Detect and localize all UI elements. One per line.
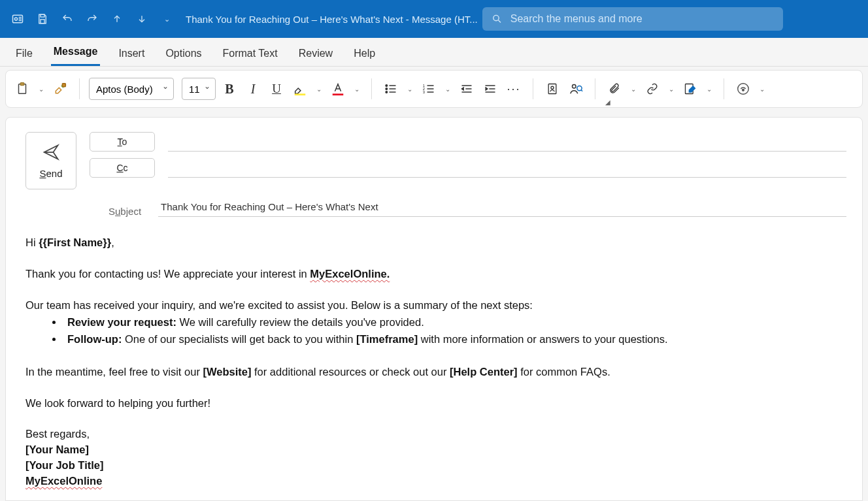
bullets-dropdown[interactable]: ⌄	[405, 78, 415, 100]
titlebar: ⌄ Thank You for Reaching Out – Here's Wh…	[0, 0, 868, 38]
subject-label: Subject	[108, 206, 141, 217]
tab-file[interactable]: File	[13, 42, 35, 66]
decrease-indent-button[interactable]	[457, 78, 476, 100]
dialog-launcher-icon[interactable]: ◢	[605, 99, 610, 106]
ribbon-container: ⌄ B I U ⌄ ⌄ ⌄ 123 ⌄	[0, 67, 868, 117]
ribbon-tabs: File Message Insert Options Format Text …	[0, 38, 868, 67]
li2-t1: One of our specialists will get back to …	[122, 333, 356, 345]
greeting-suffix: ,	[111, 236, 114, 248]
window-title: Thank You for Reaching Out – Here's What…	[186, 14, 478, 25]
p4: We look forward to helping you further!	[25, 396, 846, 412]
tab-message[interactable]: Message	[51, 40, 101, 66]
svg-point-4	[493, 15, 499, 20]
svg-rect-8	[295, 93, 306, 95]
underline-button[interactable]: U	[267, 78, 286, 100]
tab-format-text[interactable]: Format Text	[220, 42, 280, 66]
immersive-reader-dropdown[interactable]: ⌄	[757, 78, 767, 100]
svg-point-11	[386, 88, 388, 90]
send-label: Send	[39, 168, 62, 179]
subject-input[interactable]	[161, 201, 844, 212]
font-color-button[interactable]	[328, 78, 348, 100]
more-formatting-button[interactable]: ···	[504, 78, 524, 100]
prev-item-icon[interactable]	[106, 8, 128, 30]
p3a: In the meantime, feel free to visit our	[25, 366, 203, 378]
li2-timeframe: [Timeframe]	[356, 333, 418, 345]
search-input[interactable]	[510, 13, 774, 25]
paste-dropdown[interactable]: ⌄	[36, 78, 46, 100]
to-field-line	[168, 132, 846, 152]
font-name-select[interactable]	[89, 78, 174, 100]
font-size-select[interactable]	[182, 78, 216, 100]
qat-customize-icon[interactable]: ⌄	[156, 8, 178, 30]
signature-button[interactable]	[680, 78, 700, 100]
save-icon[interactable]	[31, 8, 54, 30]
bold-button[interactable]: B	[220, 78, 239, 100]
to-input[interactable]	[171, 136, 844, 147]
send-icon	[42, 143, 60, 161]
redo-icon[interactable]	[81, 8, 103, 30]
list-item: Follow-up: One of our specialists will g…	[63, 332, 846, 347]
numbering-button[interactable]: 123	[419, 78, 439, 100]
greeting-name: {{First Name}}	[39, 236, 111, 248]
send-button[interactable]: Send	[25, 132, 76, 189]
link-button[interactable]	[643, 78, 662, 100]
svg-point-17	[551, 86, 554, 89]
signature-dropdown[interactable]: ⌄	[704, 78, 714, 100]
list-item: Review your request: We will carefully r…	[63, 315, 846, 331]
attach-file-dropdown[interactable]: ⌄	[628, 78, 639, 100]
next-item-icon[interactable]	[131, 8, 153, 30]
svg-point-18	[573, 85, 576, 89]
font-color-dropdown[interactable]: ⌄	[352, 78, 362, 100]
highlight-button[interactable]	[290, 78, 310, 100]
message-body[interactable]: Hi {{First Name}}, Thank you for contact…	[25, 235, 846, 489]
italic-button[interactable]: I	[243, 78, 263, 100]
address-book-button[interactable]	[542, 78, 562, 100]
svg-rect-2	[41, 14, 44, 17]
numbering-dropdown[interactable]: ⌄	[442, 78, 453, 100]
bullets-button[interactable]	[381, 78, 401, 100]
p3c: for additional resources or check out ou…	[251, 366, 450, 378]
svg-rect-7	[62, 84, 65, 87]
svg-point-1	[14, 18, 17, 20]
tab-review[interactable]: Review	[296, 42, 335, 66]
cc-button[interactable]: Cc	[90, 158, 155, 178]
search-box[interactable]	[482, 7, 783, 31]
ribbon: ⌄ B I U ⌄ ⌄ ⌄ 123 ⌄	[5, 70, 863, 108]
svg-point-22	[743, 89, 744, 91]
p3e: for common FAQs.	[518, 366, 610, 378]
tab-options[interactable]: Options	[163, 42, 204, 66]
greeting-prefix: Hi	[25, 236, 39, 248]
tab-insert[interactable]: Insert	[116, 42, 147, 66]
p3-helpcenter: [Help Center]	[450, 366, 518, 378]
p1b: MyExcelOnline.	[310, 268, 390, 280]
li2-t2: with more information or answers to your…	[418, 333, 667, 345]
svg-rect-6	[20, 83, 24, 86]
li2-bold: Follow-up:	[67, 333, 122, 345]
svg-point-10	[386, 85, 388, 87]
link-dropdown[interactable]: ⌄	[666, 78, 676, 100]
sig2: [Your Name]	[25, 444, 89, 455]
format-painter-button[interactable]	[50, 78, 70, 100]
paste-button[interactable]	[12, 78, 32, 100]
highlight-dropdown[interactable]: ⌄	[314, 78, 324, 100]
sig3: [Your Job Title]	[25, 459, 103, 471]
to-button[interactable]: To	[90, 132, 155, 152]
li1-text: We will carefully review the details you…	[176, 316, 424, 328]
increase-indent-button[interactable]	[480, 78, 500, 100]
sig1: Best regards,	[25, 427, 846, 442]
p1a: Thank you for contacting us! We apprecia…	[25, 268, 310, 280]
undo-icon[interactable]	[56, 8, 78, 30]
svg-rect-3	[41, 20, 44, 24]
p2: Our team has received your inquiry, and …	[25, 298, 846, 314]
cc-field-line	[168, 158, 846, 178]
tab-help[interactable]: Help	[351, 42, 378, 66]
compose-wrapper: Send To Cc Subject	[0, 117, 868, 501]
svg-rect-9	[333, 93, 344, 95]
svg-text:3: 3	[423, 90, 425, 94]
immersive-reader-button[interactable]	[733, 78, 753, 100]
svg-point-12	[386, 91, 388, 93]
p3-website: [Website]	[203, 366, 251, 378]
attach-file-button[interactable]	[605, 78, 624, 100]
cc-input[interactable]	[171, 162, 844, 173]
check-names-button[interactable]	[566, 78, 586, 100]
